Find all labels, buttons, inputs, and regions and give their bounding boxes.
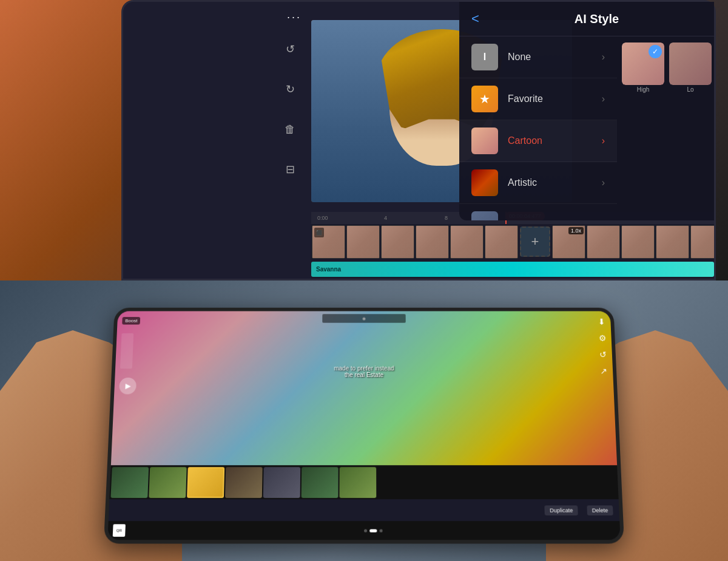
phone-screen: ◉ made to prefer instead the real Estate… bbox=[107, 311, 620, 540]
speed-badge: 1.0x bbox=[568, 227, 584, 234]
nav-dot-2[interactable] bbox=[369, 529, 377, 532]
nav-dot-1[interactable] bbox=[364, 529, 367, 532]
clip-2[interactable] bbox=[346, 225, 380, 259]
panel-title: AI Style bbox=[491, 12, 702, 26]
preview-check-icon: ✓ bbox=[649, 45, 662, 58]
phone-frame-top: ··· ↺ ↻ 🗑 ⊟ 0:00 4 8 12 00:00:04:477 bbox=[121, 0, 716, 280]
bottom-bar: QR bbox=[107, 521, 620, 540]
comic-chevron: › bbox=[602, 219, 605, 220]
timeline-area: 0:00 4 8 12 00:00:04:477 ⬛ + 1.0x bbox=[311, 212, 714, 279]
comic-label: Comic bbox=[508, 219, 602, 220]
video-text-2: the real Estate bbox=[334, 372, 394, 378]
style-item-cartoon[interactable]: Cartoon › bbox=[459, 120, 617, 162]
style-item-comic[interactable]: Comic › bbox=[459, 204, 617, 220]
bottom-clip-4[interactable] bbox=[225, 467, 263, 498]
share-icon[interactable]: ↗ bbox=[600, 366, 608, 376]
thumb-row: ✓ High Lo bbox=[622, 42, 709, 93]
undo-button[interactable]: ↺ bbox=[279, 38, 301, 60]
style-item-favorite[interactable]: ★ Favorite › bbox=[459, 78, 617, 120]
favorite-label: Favorite bbox=[508, 93, 602, 104]
bottom-clip-2[interactable] bbox=[149, 467, 186, 498]
preview-lo-container[interactable]: Lo bbox=[669, 42, 712, 93]
phone-frame-bottom: ◉ made to prefer instead the real Estate… bbox=[104, 308, 624, 544]
style-item-artistic[interactable]: Artistic › bbox=[459, 162, 617, 204]
left-toolbar: ↺ ↻ 🗑 ⊟ bbox=[275, 38, 305, 245]
settings-icon[interactable]: ⚙ bbox=[599, 333, 607, 342]
cartoon-label: Cartoon bbox=[508, 135, 602, 146]
bottom-ui-left: Boost ▶ bbox=[119, 317, 141, 394]
bottom-clip-5[interactable] bbox=[263, 467, 300, 498]
video-overlay bbox=[111, 311, 617, 466]
bottom-actions-row: Duplicate Delete bbox=[109, 499, 620, 521]
style-options: I None › ★ Favorite › bbox=[459, 36, 617, 220]
ai-style-panel: < AI Style I None › ★ Favorite › bbox=[459, 2, 714, 220]
bottom-clips-row bbox=[109, 465, 618, 499]
bottom-clip-6[interactable] bbox=[302, 467, 339, 498]
clip-3[interactable] bbox=[381, 225, 414, 259]
preview-thumb-high[interactable]: ✓ bbox=[622, 42, 664, 85]
refresh-icon[interactable]: ↺ bbox=[599, 350, 608, 359]
artistic-thumb bbox=[471, 169, 498, 196]
duplicate-button[interactable]: Duplicate bbox=[545, 505, 578, 515]
boost-label[interactable]: Boost bbox=[122, 317, 140, 324]
back-button[interactable]: < bbox=[471, 11, 479, 27]
bottom-clip-1[interactable] bbox=[110, 467, 149, 498]
sub-track[interactable]: Savanna bbox=[311, 262, 714, 277]
bottom-clip-7[interactable] bbox=[339, 467, 376, 498]
three-dots-menu[interactable]: ··· bbox=[287, 11, 302, 24]
bottom-half: ◉ made to prefer instead the real Estate… bbox=[0, 280, 728, 561]
clip-4[interactable] bbox=[416, 225, 449, 259]
video-text-overlay: made to prefer instead the real Estate bbox=[334, 365, 394, 379]
clip-5[interactable] bbox=[450, 225, 484, 259]
add-clip-button[interactable]: + bbox=[520, 226, 550, 257]
preview-thumb-lo[interactable] bbox=[669, 42, 712, 85]
clip-icon: ⬛ bbox=[314, 228, 324, 237]
nav-dot-3[interactable] bbox=[379, 529, 382, 532]
clip-7[interactable]: 1.0x bbox=[552, 225, 585, 259]
favorite-chevron: › bbox=[602, 93, 605, 104]
download-icon[interactable]: ⬇ bbox=[598, 317, 605, 326]
artistic-label: Artistic bbox=[508, 177, 602, 188]
bottom-clip-3[interactable] bbox=[187, 467, 224, 498]
pip-header: ◉ bbox=[322, 314, 405, 322]
adjust-button[interactable]: ⊟ bbox=[279, 158, 301, 180]
preview-thumbs: ✓ High Lo bbox=[617, 36, 714, 220]
none-thumb: I bbox=[471, 44, 498, 70]
clip-1[interactable]: ⬛ bbox=[312, 225, 345, 259]
none-chevron: › bbox=[602, 52, 605, 63]
video-text-1: made to prefer instead bbox=[334, 365, 394, 372]
clip-9[interactable] bbox=[621, 225, 655, 259]
none-label: None bbox=[508, 52, 602, 63]
style-list: I None › ★ Favorite › bbox=[459, 36, 714, 220]
play-button-bottom[interactable]: ▶ bbox=[119, 378, 136, 395]
delete-button[interactable]: 🗑 bbox=[279, 118, 301, 140]
clip-11[interactable] bbox=[690, 225, 714, 259]
delete-clip-button[interactable]: Delete bbox=[587, 505, 613, 515]
slider-left[interactable] bbox=[120, 333, 133, 369]
clip-6[interactable] bbox=[485, 225, 518, 259]
lo-label: Lo bbox=[687, 86, 693, 93]
cartoon-chevron: › bbox=[602, 135, 605, 146]
comic-thumb bbox=[471, 211, 498, 220]
clip-8[interactable] bbox=[587, 225, 620, 259]
artistic-chevron: › bbox=[602, 177, 605, 188]
cartoon-thumb bbox=[471, 127, 498, 154]
nav-dots bbox=[132, 529, 615, 532]
style-item-none[interactable]: I None › bbox=[459, 36, 617, 78]
panel-header: < AI Style bbox=[459, 2, 714, 36]
qr-icon[interactable]: QR bbox=[113, 524, 126, 537]
bottom-video-area: ◉ made to prefer instead the real Estate… bbox=[111, 311, 617, 466]
top-half: ··· ↺ ↻ 🗑 ⊟ 0:00 4 8 12 00:00:04:477 bbox=[0, 0, 728, 280]
favorite-thumb: ★ bbox=[471, 86, 498, 112]
high-label: High bbox=[637, 86, 650, 93]
timeline-clips[interactable]: ⬛ + 1.0x bbox=[311, 224, 714, 260]
preview-high-container[interactable]: ✓ High bbox=[622, 42, 664, 93]
redo-button[interactable]: ↻ bbox=[279, 78, 301, 100]
clip-10[interactable] bbox=[656, 225, 689, 259]
